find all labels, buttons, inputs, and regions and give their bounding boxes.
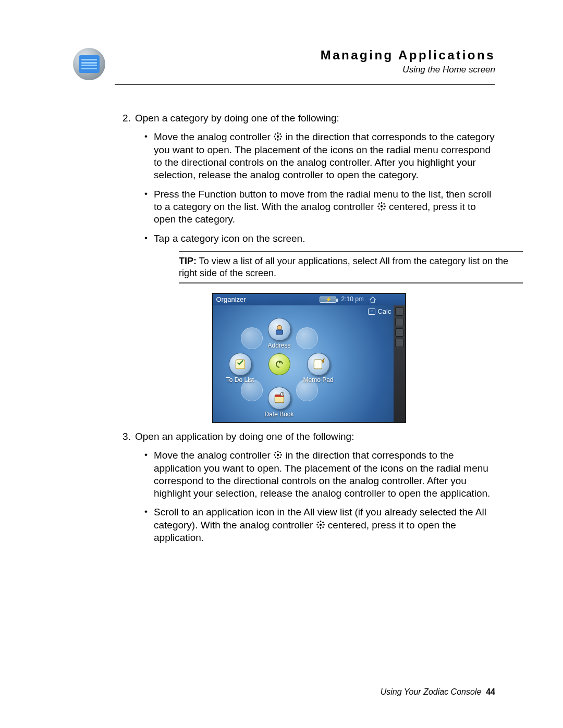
calc-list-item: = Calc	[368, 307, 391, 316]
radial-menu: Address To Do List Memo Pad Date	[223, 314, 336, 413]
tip-top-rule	[179, 251, 523, 252]
section-title: Using the Home screen	[105, 65, 495, 75]
titlebar-title: Organizer	[213, 295, 320, 304]
step-number: 2.	[123, 112, 135, 125]
bullet-dot: •	[144, 449, 154, 500]
side-button	[395, 307, 403, 316]
clock-text: 2:10 pm	[341, 295, 364, 303]
device-screenshot: Organizer ⚡ 2:10 pm = Calc	[212, 293, 406, 423]
battery-icon: ⚡	[320, 297, 336, 303]
home-icon	[368, 295, 377, 304]
analog-controller-icon	[377, 202, 386, 211]
step-lead: Open a category by doing one of the foll…	[135, 112, 495, 125]
side-button	[395, 328, 403, 337]
side-button	[395, 318, 403, 326]
step-lead: Open an application by doing one of the …	[135, 430, 495, 443]
side-button	[395, 339, 403, 347]
device-titlebar: Organizer ⚡ 2:10 pm	[213, 294, 405, 305]
bullet-text: Scroll to an application icon in the All…	[154, 506, 495, 544]
svg-rect-10	[276, 330, 283, 335]
bullet-dot: •	[144, 232, 154, 245]
header-divider	[115, 84, 495, 85]
device-side-toolbar	[394, 305, 405, 422]
bullet-text: Move the analog controller in the direct…	[154, 131, 495, 181]
todo-label: To Do List	[219, 376, 261, 384]
svg-rect-12	[314, 360, 322, 368]
chapter-title: Managing Applications	[105, 48, 495, 63]
analog-controller-icon	[273, 450, 283, 460]
analog-controller-icon	[316, 520, 325, 529]
tip-bottom-rule	[179, 282, 523, 283]
svg-point-9	[277, 325, 282, 330]
page-footer: Using Your Zodiac Console 44	[381, 687, 495, 697]
address-app-icon	[268, 318, 291, 341]
bullet-dot: •	[144, 188, 154, 226]
step-number: 3.	[123, 430, 135, 443]
svg-rect-11	[236, 360, 244, 368]
todo-app-icon	[229, 353, 252, 376]
datebook-app-icon	[268, 387, 291, 410]
address-label: Address	[259, 342, 300, 350]
bullet-text: Tap a category icon on the screen.	[154, 232, 495, 245]
analog-controller-icon	[273, 132, 283, 141]
datebook-label: Date Book	[259, 411, 300, 418]
memo-label: Memo Pad	[298, 376, 339, 384]
chapter-icon	[73, 48, 105, 80]
bullet-dot: •	[144, 506, 154, 544]
memo-app-icon	[307, 353, 330, 376]
tip-text: TIP: To view a list of all your applicat…	[179, 255, 523, 279]
bullet-dot: •	[144, 131, 154, 181]
bullet-text: Move the analog controller in the direct…	[154, 449, 495, 500]
calc-icon: =	[368, 309, 375, 315]
list-icon	[79, 55, 100, 73]
bullet-text: Press the Function button to move from t…	[154, 188, 495, 226]
radial-center-icon	[268, 353, 290, 375]
